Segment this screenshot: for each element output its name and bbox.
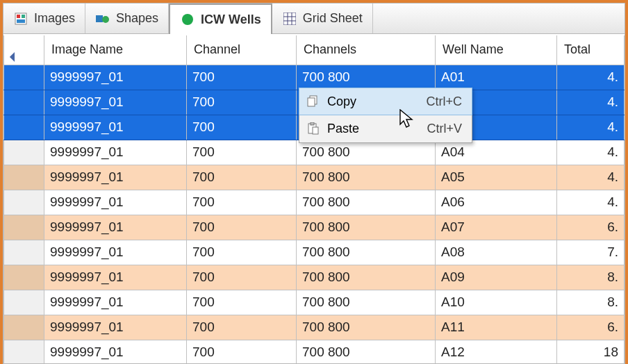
data-table[interactable]: Image Name Channel Channels Well Name To… — [3, 35, 625, 363]
cell-total[interactable]: 8. — [557, 290, 625, 315]
cell-channels[interactable]: 700 800 — [297, 290, 436, 315]
cell-total[interactable]: 8. — [557, 265, 625, 290]
row-header[interactable] — [4, 65, 44, 90]
cell-total[interactable]: 4. — [557, 65, 625, 90]
table-row[interactable]: 9999997_01700700 800A087. — [4, 240, 625, 265]
cell-well-name[interactable]: A09 — [436, 265, 557, 290]
cell-total[interactable]: 4. — [557, 165, 625, 190]
cell-channel[interactable]: 700 — [187, 115, 297, 140]
cell-image-name[interactable]: 9999997_01 — [44, 65, 187, 90]
cell-total[interactable]: 4. — [557, 115, 625, 140]
cell-channel[interactable]: 700 — [187, 190, 297, 215]
cell-total[interactable]: 6. — [557, 315, 625, 340]
cell-well-name[interactable]: A06 — [436, 190, 557, 215]
cell-well-name[interactable]: A10 — [436, 290, 557, 315]
cell-channel[interactable]: 700 — [187, 290, 297, 315]
table-row[interactable]: 9999997_01700700 800A076. — [4, 215, 625, 240]
cell-channel[interactable]: 700 — [187, 315, 297, 340]
cell-channel[interactable]: 700 — [187, 65, 297, 90]
table-row[interactable]: 9999997_01700700 800A098. — [4, 265, 625, 290]
cell-image-name[interactable]: 9999997_01 — [44, 90, 187, 115]
cell-total[interactable]: 4. — [557, 140, 625, 165]
cell-channels[interactable]: 700 800 — [297, 190, 436, 215]
cell-total[interactable]: 4. — [557, 190, 625, 215]
cell-channel[interactable]: 700 — [187, 340, 297, 363]
cell-image-name[interactable]: 9999997_01 — [44, 115, 187, 140]
cell-channel[interactable]: 700 — [187, 90, 297, 115]
expand-triangle-icon — [10, 51, 19, 61]
cell-channel[interactable]: 700 — [187, 240, 297, 265]
svg-rect-16 — [313, 127, 318, 134]
cell-channel[interactable]: 700 — [187, 215, 297, 240]
grid-container[interactable]: Image Name Channel Channels Well Name To… — [3, 35, 625, 363]
cell-total[interactable]: 6. — [557, 215, 625, 240]
cell-channels[interactable]: 700 800 — [297, 165, 436, 190]
svg-rect-13 — [308, 98, 315, 106]
cell-channel[interactable]: 700 — [187, 265, 297, 290]
cell-well-name[interactable]: A05 — [436, 165, 557, 190]
cell-image-name[interactable]: 9999997_01 — [44, 240, 187, 265]
cell-channels[interactable]: 700 800 — [297, 265, 436, 290]
row-header[interactable] — [4, 265, 44, 290]
row-header[interactable] — [4, 215, 44, 240]
table-row[interactable]: 9999997_01700700 800A1218 — [4, 340, 625, 363]
table-row[interactable]: 9999997_01700700 800A064. — [4, 190, 625, 215]
cell-image-name[interactable]: 9999997_01 — [44, 165, 187, 190]
row-header[interactable] — [4, 340, 44, 363]
cell-well-name[interactable]: A11 — [436, 315, 557, 340]
column-header-well-name[interactable]: Well Name — [436, 35, 557, 65]
cell-image-name[interactable]: 9999997_01 — [44, 340, 187, 363]
column-header-channels[interactable]: Channels — [297, 35, 436, 65]
cell-channel[interactable]: 700 — [187, 165, 297, 190]
row-header[interactable] — [4, 165, 44, 190]
cell-channels[interactable]: 700 800 — [297, 215, 436, 240]
column-header-image-name[interactable]: Image Name — [44, 35, 187, 65]
cell-channels[interactable]: 700 800 — [297, 340, 436, 363]
cell-channel[interactable]: 700 — [187, 140, 297, 165]
tab-grid-sheet[interactable]: Grid Sheet — [272, 3, 373, 33]
row-header[interactable] — [4, 290, 44, 315]
cell-image-name[interactable]: 9999997_01 — [44, 140, 187, 165]
row-header[interactable] — [4, 90, 44, 115]
row-header[interactable] — [4, 140, 44, 165]
cell-well-name[interactable]: A04 — [436, 140, 557, 165]
column-header-channel[interactable]: Channel — [187, 35, 297, 65]
cell-image-name[interactable]: 9999997_01 — [44, 215, 187, 240]
tab-icw-wells[interactable]: ICW Wells — [169, 3, 272, 34]
table-row[interactable]: 9999997_01700700 800A054. — [4, 165, 625, 190]
cell-image-name[interactable]: 9999997_01 — [44, 265, 187, 290]
table-row[interactable]: 9999997_01700700 800A116. — [4, 315, 625, 340]
expander-column-header[interactable] — [4, 35, 44, 65]
app-frame: Images Shapes ICW Wells Grid Sheet — [3, 3, 625, 364]
table-row[interactable]: 9999997_01700700 800A044. — [4, 140, 625, 165]
column-header-total[interactable]: Total — [557, 35, 625, 65]
cell-image-name[interactable]: 9999997_01 — [44, 190, 187, 215]
tab-shapes-label: Shapes — [116, 11, 158, 26]
context-menu-paste[interactable]: Paste Ctrl+V — [299, 115, 472, 142]
cell-channels[interactable]: 700 800 — [297, 315, 436, 340]
row-header[interactable] — [4, 115, 44, 140]
svg-rect-1 — [17, 15, 20, 18]
tab-images[interactable]: Images — [3, 3, 85, 33]
cell-well-name[interactable]: A08 — [436, 240, 557, 265]
cell-channels[interactable]: 700 800 — [297, 240, 436, 265]
row-header[interactable] — [4, 240, 44, 265]
table-row[interactable]: 9999997_01700700 800A014. — [4, 65, 625, 90]
cell-total[interactable]: 7. — [557, 240, 625, 265]
context-menu-copy[interactable]: Copy Ctrl+C — [299, 88, 472, 115]
cell-total[interactable]: 18 — [557, 340, 625, 363]
cell-channels[interactable]: 700 800 — [297, 140, 436, 165]
cell-well-name[interactable]: A01 — [436, 65, 557, 90]
cell-total[interactable]: 4. — [557, 90, 625, 115]
cell-image-name[interactable]: 9999997_01 — [44, 290, 187, 315]
cell-well-name[interactable]: A07 — [436, 215, 557, 240]
cell-channels[interactable]: 700 800 — [297, 65, 436, 90]
tab-shapes[interactable]: Shapes — [85, 3, 169, 33]
column-header-row: Image Name Channel Channels Well Name To… — [4, 35, 625, 65]
cell-well-name[interactable]: A12 — [436, 340, 557, 363]
row-header[interactable] — [4, 315, 44, 340]
well-icon — [180, 12, 195, 27]
table-row[interactable]: 9999997_01700700 800A108. — [4, 290, 625, 315]
cell-image-name[interactable]: 9999997_01 — [44, 315, 187, 340]
row-header[interactable] — [4, 190, 44, 215]
